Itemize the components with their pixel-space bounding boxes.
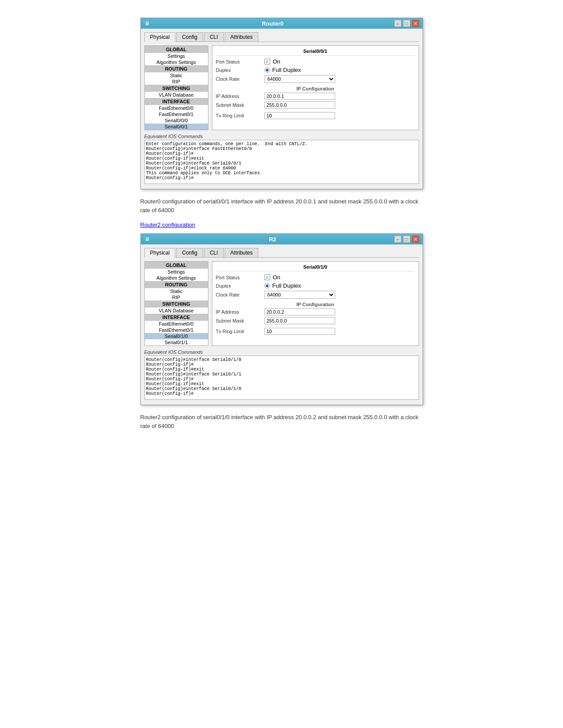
router0-port-status-row: Port Status ✓ On [216, 58, 415, 65]
router0-sidebar-fe00[interactable]: FastEthernet0/0 [145, 105, 208, 111]
router2-sidebar-rip[interactable]: RIP [145, 294, 208, 300]
router0-close-btn[interactable]: ✕ [412, 20, 419, 27]
router2-ip-address-row: IP Address [216, 308, 415, 315]
router0-window-controls: – □ ✕ [394, 20, 419, 27]
router2-sidebar-fe01[interactable]: FastEthernet0/1 [145, 327, 208, 333]
router2-sidebar-fe00[interactable]: FastEthernet0/0 [145, 321, 208, 327]
router0-duplex-value: Full Duplex [264, 67, 301, 73]
router2-clock-rate-value: 64000 [264, 291, 335, 299]
router2-window-body: Physical Config CLI Attributes GLOBAL Se… [141, 244, 423, 405]
router2-sidebar-serial010[interactable]: Serial0/1/0 [145, 333, 208, 339]
router2-ip-config-header: IP Configuration [216, 300, 415, 308]
router0-subnet-mask-row: Subnet Mask [216, 101, 415, 109]
router2-subnet-mask-label: Subnet Mask [216, 318, 264, 323]
router2-subnet-mask-input[interactable] [264, 317, 335, 324]
router0-duplex-radio[interactable] [264, 68, 270, 73]
router0-tab-attributes[interactable]: Attributes [225, 32, 259, 41]
router2-clock-rate-row: Clock Rate 64000 [216, 291, 415, 299]
router0-subnet-mask-input[interactable] [264, 101, 335, 109]
router2-sidebar-algorithm[interactable]: Algorithm Settings [145, 275, 208, 281]
router0-tab-cli[interactable]: CLI [204, 32, 224, 41]
router0-port-status-checkbox[interactable]: ✓ [264, 59, 270, 64]
router2-tab-config[interactable]: Config [176, 248, 203, 257]
router0-tx-ring-label: Tx Ring Limit [216, 113, 264, 118]
router0-sidebar-algorithm[interactable]: Algorithm Settings [145, 59, 208, 65]
router2-minimize-btn[interactable]: – [394, 236, 401, 243]
router0-panel-title: Serial0/0/1 [216, 49, 415, 56]
router2-port-status-checkbox[interactable]: ✓ [264, 274, 270, 280]
router2-sidebar-serial011[interactable]: Serial0/1/1 [145, 339, 208, 345]
router0-icon: 🖥 [144, 20, 151, 26]
router2-restore-btn[interactable]: □ [403, 236, 410, 243]
router0-tx-ring-value [264, 112, 335, 119]
router0-sidebar-settings[interactable]: Settings [145, 53, 208, 59]
router2-tx-ring-value [264, 328, 335, 335]
router0-sidebar-vlan[interactable]: VLAN Database [145, 92, 208, 98]
router2-port-status-row: Port Status ✓ On [216, 274, 415, 281]
router2-sidebar-settings[interactable]: Settings [145, 269, 208, 275]
router2-duplex-row: Duplex Full Duplex [216, 282, 415, 289]
router0-tab-config[interactable]: Config [176, 32, 203, 41]
router2-tab-cli[interactable]: CLI [204, 248, 224, 257]
router0-sidebar-routing: ROUTING [145, 65, 208, 72]
router2-sidebar-interface: INTERFACE [145, 314, 208, 321]
router0-ios-section: Equivalent IOS Commands [144, 134, 419, 185]
router2-sidebar-routing: ROUTING [145, 281, 208, 288]
router2-duplex-label: Duplex [216, 283, 264, 289]
router2-port-status-value: ✓ On [264, 274, 280, 281]
router0-sidebar-fe01[interactable]: FastEthernet0/1 [145, 111, 208, 117]
page-content: 🖥 Router0 – □ ✕ Physical Config CLI Attr… [140, 18, 423, 430]
router0-tab-physical[interactable]: Physical [144, 32, 176, 42]
router2-ip-address-input[interactable] [264, 308, 335, 315]
router2-panel-title: Serial0/1/0 [216, 264, 415, 271]
router0-subnet-mask-label: Subnet Mask [216, 102, 264, 108]
router2-ios-section: Equivalent IOS Commands [144, 349, 419, 401]
router0-tab-bar: Physical Config CLI Attributes [144, 32, 419, 42]
router0-clock-rate-select[interactable]: 64000 [264, 75, 335, 83]
router2-close-btn[interactable]: ✕ [412, 236, 419, 243]
router0-sidebar-interface: INTERFACE [145, 98, 208, 105]
router0-duplex-row: Duplex Full Duplex [216, 67, 415, 73]
router0-subnet-mask-value [264, 101, 335, 109]
router0-sidebar-switching: SWITCHING [145, 85, 208, 92]
router0-tx-ring-input[interactable] [264, 112, 335, 119]
router2-ios-textarea[interactable] [144, 356, 419, 400]
router0-ip-address-row: IP Address [216, 93, 415, 100]
router0-port-status-label: Port Status [216, 59, 264, 64]
router2-port-status-label: Port Status [216, 275, 264, 280]
router0-sidebar-serial000[interactable]: Serial0/0/0 [145, 117, 208, 124]
router2-window: 🖥 R2 – □ ✕ Physical Config CLI Attribute… [140, 233, 423, 405]
router0-restore-btn[interactable]: □ [403, 20, 410, 27]
router2-subnet-mask-row: Subnet Mask [216, 317, 415, 324]
router2-window-controls: – □ ✕ [394, 236, 419, 243]
router2-duplex-value: Full Duplex [264, 282, 301, 289]
router2-clock-rate-label: Clock Rate [216, 292, 264, 297]
router0-sidebar-static[interactable]: Static [145, 72, 208, 79]
router2-titlebar: 🖥 R2 – □ ✕ [141, 234, 423, 244]
router2-duplex-radio[interactable] [264, 283, 270, 289]
router0-ios-textarea[interactable] [144, 140, 419, 184]
router0-ip-config-header: IP Configuration [216, 85, 415, 93]
router2-tx-ring-input[interactable] [264, 328, 335, 335]
router0-clock-rate-row: Clock Rate 64000 [216, 75, 415, 83]
router2-right-panel: Serial0/1/0 Port Status ✓ On Duplex Full… [212, 261, 419, 346]
router0-ip-address-input[interactable] [264, 93, 335, 100]
router0-ip-address-value [264, 93, 335, 100]
router2-tab-physical[interactable]: Physical [144, 248, 176, 258]
router2-sidebar-static[interactable]: Static [145, 288, 208, 294]
router0-title: Router0 [151, 20, 394, 27]
router0-minimize-btn[interactable]: – [394, 20, 401, 27]
router2-tab-attributes[interactable]: Attributes [225, 248, 259, 257]
router0-titlebar: 🖥 Router0 – □ ✕ [141, 18, 423, 29]
router0-sidebar-rip[interactable]: RIP [145, 79, 208, 85]
router2-sidebar-vlan[interactable]: VLAN Database [145, 308, 208, 314]
router2-tx-ring-row: Tx Ring Limit [216, 328, 415, 335]
router2-ios-label: Equivalent IOS Commands [144, 349, 419, 355]
router2-link[interactable]: Router2 configuration [140, 221, 423, 228]
router0-window: 🖥 Router0 – □ ✕ Physical Config CLI Attr… [140, 18, 423, 189]
router2-description: Router2 configuration of serial0/1/0 int… [140, 413, 423, 430]
router0-sidebar-global: GLOBAL [145, 46, 208, 53]
router0-sidebar-serial001[interactable]: Serial0/0/1 [145, 124, 208, 130]
router0-clock-rate-value: 64000 [264, 75, 335, 83]
router2-clock-rate-select[interactable]: 64000 [264, 291, 335, 299]
